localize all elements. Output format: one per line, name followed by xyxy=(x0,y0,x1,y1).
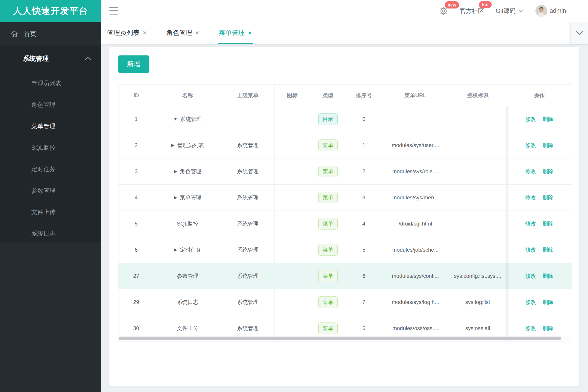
settings-menu[interactable]: new xyxy=(439,6,448,16)
scrollbar-thumb[interactable] xyxy=(119,336,561,340)
edit-link[interactable]: 修改 xyxy=(525,299,536,305)
col-id: ID xyxy=(119,85,154,106)
delete-link[interactable]: 删除 xyxy=(543,194,553,200)
col-icon: 图标 xyxy=(275,85,310,106)
avatar xyxy=(535,5,547,17)
chevron-up-icon xyxy=(83,56,92,62)
col-type: 类型 xyxy=(310,85,346,106)
sidebar-group-title[interactable]: 系统管理 xyxy=(0,46,101,71)
expand-arrow-icon[interactable]: ▶ xyxy=(171,142,175,148)
type-tag: 菜单 xyxy=(318,192,338,204)
edit-link[interactable]: 修改 xyxy=(525,273,536,279)
close-icon[interactable]: × xyxy=(195,29,199,37)
home-icon xyxy=(10,30,19,38)
sidebar-item-file-upload[interactable]: 文件上传 xyxy=(0,201,101,223)
horizontal-scrollbar[interactable] xyxy=(118,336,572,340)
menu-table: ID 名称 上级菜单 图标 类型 排序号 菜单URL 授权标识 操作 1 ▼系统… xyxy=(118,84,572,342)
table-row: 29 系统日志 系统管理 菜单 7 modules/sys/log.h... s… xyxy=(119,289,572,315)
delete-link[interactable]: 删除 xyxy=(543,273,553,279)
sidebar: 首页 系统管理 管理员列表 角色管理 菜单管理 SQL监控 定时任务 参数管理 … xyxy=(0,22,101,392)
sidebar-submenu: 管理员列表 角色管理 菜单管理 SQL监控 定时任务 参数管理 文件上传 系统日… xyxy=(0,73,101,244)
table-row: 2 ▶管理员列表 系统管理 菜单 1 modules/sys/user.... … xyxy=(119,132,572,158)
type-tag: 菜单 xyxy=(318,166,338,177)
delete-link[interactable]: 删除 xyxy=(543,247,553,253)
sidebar-item-system-log[interactable]: 系统日志 xyxy=(0,223,101,244)
sidebar-item-home[interactable]: 首页 xyxy=(0,22,101,46)
table-row: 3 ▶角色管理 系统管理 菜单 2 modules/sys/role.... 修… xyxy=(119,158,572,184)
sidebar-item-admin-list[interactable]: 管理员列表 xyxy=(0,73,101,94)
close-icon[interactable]: × xyxy=(143,29,147,37)
edit-link[interactable]: 修改 xyxy=(525,116,536,122)
table-row: 6 ▶定时任务 系统管理 菜单 5 modules/job/sche... 修改… xyxy=(119,237,572,263)
col-ops: 操作 xyxy=(506,85,572,106)
tab-overflow-button[interactable] xyxy=(571,22,588,44)
table-row: 5 SQL监控 系统管理 菜单 4 /druid/sql.html 修改删除 xyxy=(119,211,572,237)
edit-link[interactable]: 修改 xyxy=(525,142,536,148)
expand-arrow-icon[interactable]: ▶ xyxy=(174,195,177,200)
sidebar-group-system: 系统管理 管理员列表 角色管理 菜单管理 SQL监控 定时任务 参数管理 文件上… xyxy=(0,46,101,242)
user-menu[interactable]: admin xyxy=(535,5,566,17)
hot-badge: hot xyxy=(479,1,492,8)
type-tag: 菜单 xyxy=(318,270,338,282)
git-source-dropdown[interactable]: Git源码 xyxy=(496,7,524,15)
delete-link[interactable]: 删除 xyxy=(543,116,553,122)
sidebar-toggle-button[interactable] xyxy=(109,7,118,14)
close-icon[interactable]: × xyxy=(248,29,252,37)
sidebar-item-cron-jobs[interactable]: 定时任务 xyxy=(0,158,101,180)
delete-link[interactable]: 删除 xyxy=(543,168,553,174)
community-link[interactable]: 官方社区 hot xyxy=(460,7,484,15)
new-badge: new xyxy=(445,1,459,8)
sidebar-item-sql-monitor[interactable]: SQL监控 xyxy=(0,137,101,158)
table-row-selected: 27 参数管理 系统管理 菜单 6 modules/sys/confi... s… xyxy=(119,263,572,289)
edit-link[interactable]: 修改 xyxy=(525,247,536,253)
app-logo: 人人快速开发平台 xyxy=(0,0,101,22)
col-parent: 上级菜单 xyxy=(221,85,275,106)
tab-bar: 管理员列表 × 角色管理 × 菜单管理 × xyxy=(101,22,588,44)
delete-link[interactable]: 删除 xyxy=(543,299,553,305)
sidebar-home-label: 首页 xyxy=(24,30,37,38)
col-url: 菜单URL xyxy=(382,85,449,106)
expand-arrow-icon[interactable]: ▶ xyxy=(174,169,177,174)
sidebar-item-param-mgmt[interactable]: 参数管理 xyxy=(0,180,101,201)
type-tag: 菜单 xyxy=(318,322,338,334)
header-actions: new 官方社区 hot Git源码 admin xyxy=(439,0,566,22)
top-header: 人人快速开发平台 new 官方社区 hot Git源码 xyxy=(0,0,588,22)
tab-admin-list[interactable]: 管理员列表 × xyxy=(107,22,147,44)
edit-link[interactable]: 修改 xyxy=(525,168,536,174)
delete-link[interactable]: 删除 xyxy=(543,325,553,331)
content-panel: 新增 ID 名称 上级菜单 图标 类型 排序号 菜单URL 授权标识 操作 xyxy=(109,46,579,387)
delete-link[interactable]: 删除 xyxy=(543,220,553,226)
edit-link[interactable]: 修改 xyxy=(525,220,536,226)
col-name: 名称 xyxy=(154,85,221,106)
type-tag: 菜单 xyxy=(318,140,338,151)
add-button[interactable]: 新增 xyxy=(118,56,149,73)
tab-menu-mgmt[interactable]: 菜单管理 × xyxy=(219,22,252,44)
type-tag: 菜单 xyxy=(318,244,338,256)
sidebar-item-menu-mgmt[interactable]: 菜单管理 xyxy=(0,116,101,137)
community-label: 官方社区 xyxy=(460,7,484,15)
delete-link[interactable]: 删除 xyxy=(543,142,553,148)
hamburger-icon xyxy=(109,7,118,8)
type-tag: 目录 xyxy=(318,113,338,125)
collapse-arrow-icon[interactable]: ▼ xyxy=(174,117,178,122)
table-row: 1 ▼系统管理 目录 0 修改删除 xyxy=(119,106,572,132)
chevron-down-icon xyxy=(517,9,524,13)
tab-role-mgmt[interactable]: 角色管理 × xyxy=(166,22,199,44)
col-order: 排序号 xyxy=(346,85,382,106)
git-source-label: Git源码 xyxy=(496,7,515,15)
chevron-down-icon xyxy=(574,30,584,36)
table-header-row: ID 名称 上级菜单 图标 类型 排序号 菜单URL 授权标识 操作 xyxy=(119,85,572,106)
edit-link[interactable]: 修改 xyxy=(525,325,536,331)
expand-arrow-icon[interactable]: ▶ xyxy=(174,247,177,252)
col-perms: 授权标识 xyxy=(449,85,506,106)
type-tag: 菜单 xyxy=(318,296,338,308)
table-row: 4 ▶菜单管理 系统管理 菜单 3 modules/sys/men... 修改删… xyxy=(119,184,572,211)
edit-link[interactable]: 修改 xyxy=(525,194,536,200)
type-tag: 菜单 xyxy=(318,218,338,230)
sidebar-item-role-mgmt[interactable]: 角色管理 xyxy=(0,94,101,116)
username: admin xyxy=(549,8,566,14)
